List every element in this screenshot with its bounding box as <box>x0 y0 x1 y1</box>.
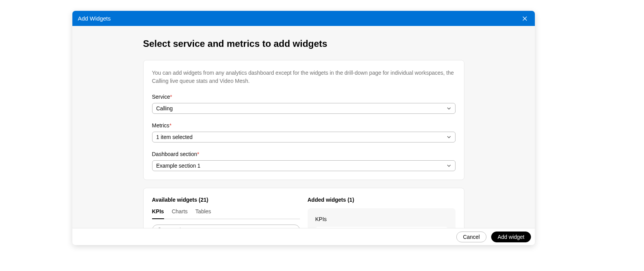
added-widgets-title: Added widgets (1) <box>308 197 456 203</box>
modal-body: Select service and metrics to add widget… <box>72 26 535 228</box>
metrics-select[interactable]: 1 item selected <box>152 132 456 142</box>
form-card: You can add widgets from any analytics d… <box>143 60 464 180</box>
chevron-down-icon <box>447 135 451 139</box>
search-box <box>152 225 300 228</box>
available-widgets-column: Available widgets (21) KPIs Charts Table… <box>152 197 300 228</box>
dashboard-section-select[interactable]: Example section 1 <box>152 160 456 171</box>
service-label: Service* <box>152 94 456 100</box>
required-marker: * <box>170 94 172 100</box>
modal-header: Add Widgets <box>72 11 535 26</box>
service-select[interactable]: Calling <box>152 103 456 114</box>
service-group: Service* Calling <box>152 94 456 114</box>
modal-footer: Cancel Add widget <box>72 228 535 245</box>
close-icon <box>522 15 528 22</box>
dashboard-section-label: Dashboard section* <box>152 151 456 157</box>
added-kpis-label: KPIs <box>315 216 448 222</box>
chevron-down-icon <box>447 163 451 168</box>
intro-description: You can add widgets from any analytics d… <box>152 69 456 85</box>
chevron-down-icon <box>447 106 451 111</box>
tab-kpis[interactable]: KPIs <box>152 208 164 219</box>
modal-title: Add Widgets <box>78 15 111 22</box>
added-widgets-panel: KPIs Avg. Call Leg Audio Jitter <box>308 208 456 228</box>
tab-tables[interactable]: Tables <box>195 208 211 219</box>
tab-charts[interactable]: Charts <box>172 208 188 219</box>
dashboard-section-value: Example section 1 <box>156 163 200 169</box>
required-marker: * <box>170 122 171 129</box>
add-widget-button[interactable]: Add widget <box>491 232 531 242</box>
available-widgets-title: Available widgets (21) <box>152 197 300 203</box>
required-marker: * <box>197 151 199 157</box>
metrics-label: Metrics* <box>152 122 456 129</box>
close-button[interactable] <box>520 14 529 23</box>
widgets-card: Available widgets (21) KPIs Charts Table… <box>143 188 464 228</box>
add-widgets-modal: Add Widgets Select service and metrics t… <box>72 11 535 245</box>
metrics-group: Metrics* 1 item selected <box>152 122 456 142</box>
service-value: Calling <box>156 105 173 111</box>
metrics-value: 1 item selected <box>156 134 193 140</box>
page-heading: Select service and metrics to add widget… <box>143 38 464 49</box>
widget-tabs: KPIs Charts Tables <box>152 208 300 219</box>
cancel-button[interactable]: Cancel <box>456 232 486 242</box>
added-widgets-column: Added widgets (1) KPIs Avg. Call Leg Aud… <box>308 197 456 228</box>
dashboard-section-group: Dashboard section* Example section 1 <box>152 151 456 171</box>
